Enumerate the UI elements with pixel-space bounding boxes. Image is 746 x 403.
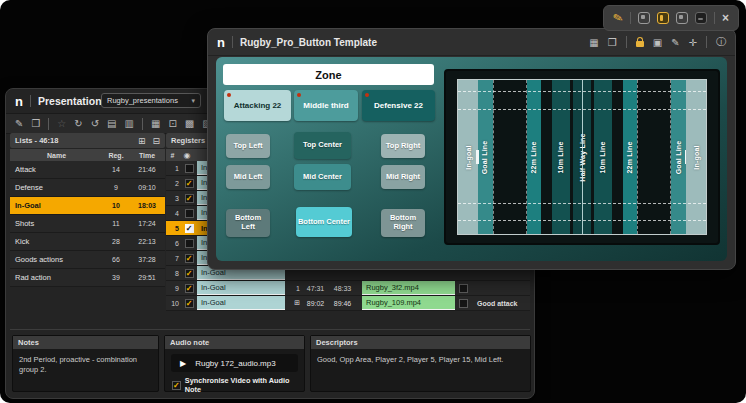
table-icon[interactable]: ▦ <box>589 37 598 48</box>
lock-icon[interactable] <box>636 41 644 47</box>
draw-tool-icon[interactable]: ✎ <box>612 11 625 25</box>
history-icon[interactable]: ↺ <box>91 118 99 129</box>
report-icon[interactable]: ▤ <box>107 118 116 129</box>
app-logo: n <box>217 36 225 49</box>
register-clip-file[interactable]: Rugby_109.mp4 <box>362 296 455 310</box>
register-row[interactable]: 10 ✓ In-Goal ⊞ 89:02 89:46 Rugby_109.mp4… <box>166 296 530 311</box>
button-bottom-right[interactable]: Bottom Right <box>381 209 425 237</box>
button-mid-center[interactable]: Mid Center <box>294 164 351 190</box>
delete-list-icon[interactable]: ⊟ <box>152 136 160 146</box>
list-name: Defense <box>10 183 103 192</box>
layout-mode-2-active-icon[interactable] <box>657 12 669 24</box>
layout-mode-3-icon[interactable] <box>676 12 688 24</box>
register-checkbox[interactable]: ✓ <box>181 281 197 295</box>
register-clip-file[interactable]: Rugby_3f2.mp4 <box>362 281 455 295</box>
close-icon[interactable]: × <box>722 12 729 24</box>
register-checkbox[interactable] <box>181 206 197 220</box>
layout-mode-1-icon[interactable] <box>638 12 650 24</box>
field-band-half-way-line[interactable]: Half Way Line <box>573 80 590 234</box>
info-icon[interactable]: ⓘ <box>716 35 726 49</box>
button-bottom-left[interactable]: Bottom Left <box>226 209 270 237</box>
audio-file-name: Rugby 172_audio.mp3 <box>195 359 276 368</box>
register-start-time: 89:02 <box>302 296 329 310</box>
button-top-left[interactable]: Top Left <box>226 134 270 158</box>
field-band-10m-line[interactable]: 10m Line <box>594 80 611 234</box>
register-checkbox[interactable]: ✓ <box>181 251 197 265</box>
register-end-time: 48:33 <box>329 281 356 295</box>
draw-icon[interactable]: ✎ <box>671 37 679 48</box>
button-middle-third[interactable]: Middle third <box>294 90 358 121</box>
add-list-icon[interactable]: ⊞ <box>138 136 146 146</box>
list-row[interactable]: Defense 9 09:10 <box>10 179 165 197</box>
sync-audio-row: ✓ Synchronise Video with Audio Note <box>172 376 304 394</box>
grid-icon[interactable]: ▩ <box>185 118 194 129</box>
list-reg: 39 <box>103 274 129 281</box>
export-icon[interactable]: ▣ <box>653 37 662 48</box>
register-checkbox[interactable] <box>181 161 197 175</box>
export-video-icon[interactable]: ⊡ <box>168 118 176 129</box>
column-time: Time <box>129 152 165 159</box>
button-mid-left[interactable]: Mid Left <box>226 165 270 189</box>
field-band-goal-line[interactable]: Goal Line <box>478 80 493 234</box>
register-order: 1 <box>285 281 302 295</box>
field-band-22m-line[interactable]: 22m Line <box>527 80 541 234</box>
descriptors-header: Descriptors <box>311 336 530 349</box>
list-row[interactable]: Goods actions 66 37:28 <box>10 251 165 269</box>
list-row[interactable]: Kick 28 22:13 <box>10 233 165 251</box>
field-band-in-goal[interactable]: In-goal <box>686 80 706 234</box>
button-defensive-22[interactable]: Defensive 22 <box>362 90 435 121</box>
button-mid-right[interactable]: Mid Right <box>381 165 425 189</box>
hotkey-dot <box>297 93 301 97</box>
toolbar-separator <box>630 12 631 24</box>
archive-icon[interactable]: ▥ <box>125 118 134 129</box>
copy-icon[interactable]: ❐ <box>608 37 617 48</box>
register-secondary-checkbox[interactable] <box>455 296 472 310</box>
favorite-icon[interactable]: ☆ <box>57 118 66 129</box>
presentation-select-value: Rugby_presentations <box>107 96 178 105</box>
register-number: 3 <box>166 191 181 205</box>
button-top-right[interactable]: Top Right <box>381 134 425 158</box>
list-time: 37:28 <box>129 256 165 263</box>
apps-icon[interactable]: ▦ <box>151 118 160 129</box>
play-icon[interactable]: ▶ <box>180 359 186 368</box>
move-icon[interactable]: ✛ <box>689 37 697 48</box>
field-band-22m-line[interactable]: 22m Line <box>623 80 637 234</box>
presentation-select[interactable]: Rugby_presentations ▾ <box>101 93 201 108</box>
hotkey-dot <box>227 93 231 97</box>
list-row[interactable]: Attack 14 21:46 <box>10 161 165 179</box>
list-row[interactable]: Rad action 39 29:51 <box>10 269 165 287</box>
sync-checkbox[interactable]: ✓ <box>172 381 181 390</box>
register-row[interactable]: 9 ✓ In-Goal 1 47:31 48:33 Rugby_3f2.mp4 <box>166 281 530 296</box>
field-band-10m-line[interactable]: 10m Line <box>552 80 569 234</box>
field-gap <box>637 80 672 234</box>
register-checkbox[interactable]: ✓ <box>181 266 197 280</box>
list-time: 22:13 <box>129 238 165 245</box>
list-row[interactable]: Shots 11 17:24 <box>10 215 165 233</box>
lists-column-header: Name Reg. Time <box>10 149 165 161</box>
register-checkbox[interactable]: ✓ <box>181 221 197 235</box>
button-bottom-center[interactable]: Bottom Center <box>296 207 352 237</box>
register-checkbox[interactable]: ✓ <box>181 296 197 310</box>
package-icon[interactable]: ❒ <box>31 118 40 129</box>
toolbar-separator <box>714 12 715 24</box>
list-time: 17:24 <box>129 220 165 227</box>
layout-mode-4-icon[interactable] <box>695 12 707 24</box>
field-band-goal-line[interactable]: Goal Line <box>671 80 686 234</box>
button-attacking-22[interactable]: Attacking 22 <box>224 90 291 121</box>
register-checkbox[interactable]: ✓ <box>181 176 197 190</box>
audio-note-panel: Audio note ▶ Rugby 172_audio.mp3 ✓ Synch… <box>164 335 305 392</box>
descriptors-text: Good, Opp Area, Player 2, Player 5, Play… <box>311 349 530 365</box>
list-row-selected[interactable]: In-Goal 10 18:03 <box>10 197 165 215</box>
toolbar-separator <box>706 36 707 48</box>
register-checkbox[interactable] <box>181 236 197 250</box>
field-gap <box>541 80 552 234</box>
edit-icon[interactable]: ✎ <box>15 118 23 129</box>
button-top-center[interactable]: Top Center <box>294 132 351 159</box>
refresh-icon[interactable]: ↻ <box>74 118 82 129</box>
audio-file-row[interactable]: ▶ Rugby 172_audio.mp3 <box>171 354 298 372</box>
register-secondary-checkbox[interactable] <box>455 281 472 295</box>
register-checkbox[interactable]: ✓ <box>181 191 197 205</box>
register-number: 2 <box>166 176 181 190</box>
pitch: In-goal Goal Line 22m Line 10m Line Half… <box>457 79 707 235</box>
column-number: # <box>166 152 179 159</box>
